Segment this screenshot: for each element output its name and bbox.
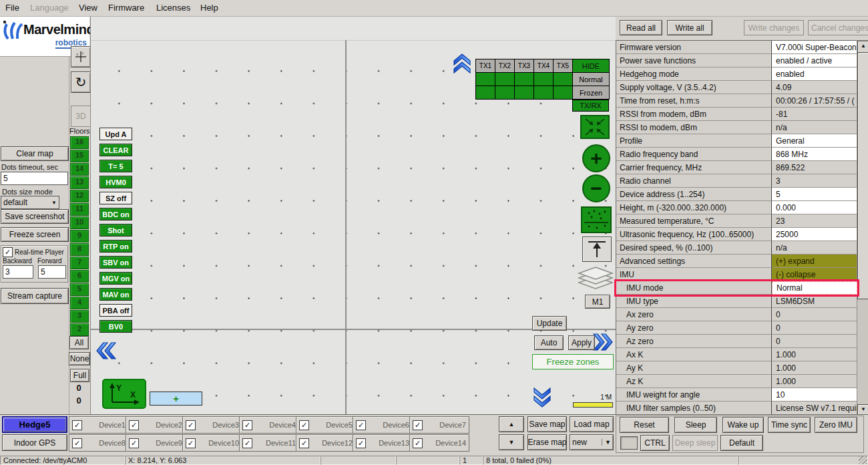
map-toggle-rtp-on[interactable]: RTP on [99,240,132,253]
param-value[interactable]: 5 [772,188,857,201]
checkbox-icon[interactable]: ✓ [186,438,196,448]
tx-txrx-button[interactable]: TX/RX [572,100,609,112]
map-toggle-sz-off[interactable]: SZ off [99,192,132,204]
device-toggle-9[interactable]: ✓Device9 [126,434,186,452]
floor-button[interactable]: 8 [70,243,89,256]
tx-cell[interactable] [515,73,534,86]
checkbox-icon[interactable]: ✓ [242,438,252,448]
tx-hide-button[interactable]: HIDE [573,59,610,73]
tx2-header[interactable]: TX2 [495,59,515,73]
pan-up-icon[interactable] [453,53,471,73]
map-toggle-clear[interactable]: CLEAR [99,144,132,156]
menu-help[interactable]: Help [200,3,218,13]
floor-button[interactable]: 12 [70,190,89,202]
map-toggle-bv0[interactable]: BV0 [99,320,132,333]
device-toggle-14[interactable]: ✓Device14 [409,434,469,452]
tx4-header[interactable]: TX4 [534,59,554,73]
save-screenshot-button[interactable]: Save screenshot [1,209,69,224]
scroll-up-icon[interactable]: ▲ [857,41,868,53]
dots-timeout-input[interactable]: 5 [1,172,68,185]
device-toggle-4[interactable]: ✓Device4 [239,416,299,434]
erase-map-button[interactable]: Erase map [527,434,567,450]
param-value[interactable]: 10 [772,388,857,402]
map-toggle-mav-on[interactable]: MAV on [99,288,132,301]
map-select[interactable]: new ▼ [570,434,614,450]
tx-normal-button[interactable]: Normal [573,73,610,86]
param-value[interactable]: V7.000i Super-Beacon [772,41,857,54]
menu-licenses[interactable]: Licenses [156,3,190,13]
add-submap-button[interactable]: + [150,392,202,406]
map-toggle-bdc-on[interactable]: BDC on [99,208,132,220]
floor-button[interactable]: 5 [70,283,89,296]
param-value[interactable]: 0.000 [772,201,857,214]
load-map-button[interactable]: Load map [570,416,614,432]
tx-cell[interactable] [495,73,515,86]
axis-tool-button[interactable]: xy [71,46,91,67]
map-toggle-hvm0[interactable]: HVM0 [99,176,132,188]
device-toggle-10[interactable]: ✓Device10 [182,434,242,452]
floor-button[interactable]: 13 [70,176,89,189]
floor-button[interactable]: 16 [70,136,89,149]
floors-none-button[interactable]: None [69,352,90,365]
layers-icon[interactable] [577,265,614,295]
param-value[interactable]: (+) expand [772,255,857,268]
device-toggle-7[interactable]: ✓Device7 [409,416,469,434]
map-toggle-mgv-on[interactable]: MGV on [99,272,132,285]
tx-cell[interactable] [495,86,515,100]
checkbox-icon[interactable]: ✓ [129,438,139,448]
tx-cell[interactable] [476,86,495,100]
indoor-gps-button[interactable]: Indoor GPS [2,434,67,451]
tx-frozen-button[interactable]: Frozen [573,86,610,100]
menu-file[interactable]: File [5,3,19,13]
update-button[interactable]: Update [532,316,567,331]
tx5-header[interactable]: TX5 [554,59,573,73]
floor-button[interactable]: 2 [70,323,89,336]
chevron-down-icon[interactable]: ▼ [602,439,611,446]
params-scrollbar[interactable]: ▲ ▼ [857,40,868,417]
floor-button[interactable]: 9 [70,230,89,243]
menu-firmware[interactable]: Firmware [108,3,144,13]
time-sync-button[interactable]: Time sync [768,417,811,433]
checkbox-icon[interactable]: ✓ [356,420,366,430]
map-toggle-pba-off[interactable]: PBA off [99,304,132,317]
checkbox-icon[interactable]: ✓ [413,420,423,430]
map-toggle-upd-a[interactable]: Upd A [99,128,132,140]
apply-button[interactable]: Apply [568,335,595,350]
param-value[interactable]: Normal [772,281,857,295]
pan-left-icon[interactable] [96,342,116,359]
dots-size-select[interactable]: default ▼ [1,196,59,209]
param-value[interactable]: 868 MHz [772,148,857,161]
hedge5-button[interactable]: Hedge5 [2,416,67,433]
backward-input[interactable]: 3 [3,265,33,279]
menu-view[interactable]: View [79,3,97,13]
reset-button[interactable]: Reset [620,417,669,433]
tx-cell[interactable] [476,73,495,86]
param-value[interactable]: enabled [772,67,857,81]
chevron-down-icon[interactable]: ▼ [51,200,57,206]
read-all-button[interactable]: Read all [620,20,662,35]
param-value[interactable]: enabled / active [772,54,857,67]
device-toggle-1[interactable]: ✓Device1 [69,416,129,434]
checkbox-icon[interactable]: ✓ [299,420,309,430]
floor-button[interactable]: 11 [70,203,89,216]
device-scroll-down-button[interactable]: ▼ [499,434,524,450]
checkbox-icon[interactable]: ✓ [72,420,82,430]
checkbox-icon[interactable]: ✓ [356,438,366,448]
wake-up-button[interactable]: Wake up [722,417,764,433]
floor-button[interactable]: 3 [70,310,89,323]
scrollbar-thumb[interactable] [857,52,868,299]
pan-down-icon[interactable] [533,388,551,408]
floor-button[interactable]: 14 [70,163,89,176]
tx-cell[interactable] [554,86,573,100]
save-map-button[interactable]: Save map [527,416,567,432]
device-scroll-up-button[interactable]: ▲ [499,416,524,432]
freeze-zones-button[interactable]: Freeze zones [532,354,614,369]
checkbox-icon[interactable]: ✓ [129,420,139,430]
checkbox-icon[interactable]: ✓ [413,438,423,448]
resize-grip[interactable] [859,456,867,464]
device-toggle-2[interactable]: ✓Device2 [126,416,186,434]
freeze-screen-button[interactable]: Freeze screen [1,227,69,242]
collapse-arrows-icon[interactable] [580,115,610,141]
clear-map-button[interactable]: Clear map [1,146,69,161]
floor-button[interactable]: 7 [70,257,89,269]
